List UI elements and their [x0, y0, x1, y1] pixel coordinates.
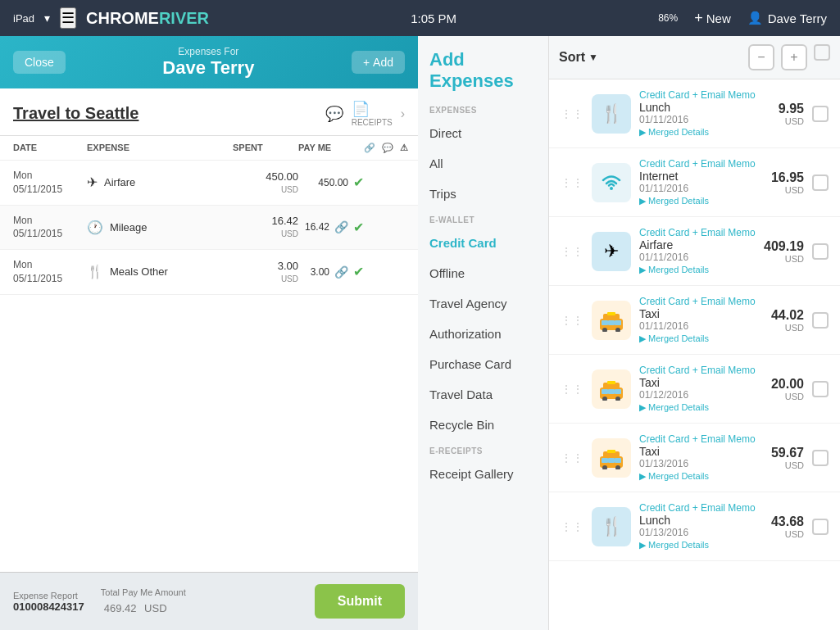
- expense-type-label: Airfare: [104, 176, 135, 188]
- svg-rect-13: [602, 389, 608, 394]
- expense-thumb: 🍴: [592, 94, 631, 134]
- expense-cell: 🍴 Meals Other: [87, 264, 233, 279]
- list-item[interactable]: ⋮⋮ Credit Card + Email Memo: [549, 355, 840, 424]
- sidebar-item-trips[interactable]: Trips: [418, 179, 548, 209]
- expense-amount: 16.95 USD: [771, 170, 804, 195]
- sidebar-item-purchase-card[interactable]: Purchase Card: [418, 349, 548, 379]
- expense-table: DATE EXPENSE SPENT PAY ME 🔗 💬 ⚠ Mon05/11…: [0, 136, 418, 572]
- expenses-section-label: EXPENSES: [418, 99, 548, 118]
- list-item[interactable]: ⋮⋮ Credit Card + Email Memo Internet 01/…: [549, 148, 840, 217]
- sort-button[interactable]: Sort ▼: [559, 50, 598, 65]
- sidebar-item-recycle-bin[interactable]: Recycle Bin: [418, 410, 548, 440]
- expense-type: Airfare: [639, 238, 756, 252]
- list-item[interactable]: ⋮⋮ Credit Card + Email Memo: [549, 424, 840, 492]
- header-title: Expenses For Dave Terry: [66, 46, 352, 79]
- spent-cell: 3.00 USD: [233, 259, 298, 285]
- drag-handle-icon[interactable]: ⋮⋮: [561, 520, 583, 533]
- item-checkbox[interactable]: [812, 519, 829, 535]
- sidebar-item-all[interactable]: All: [418, 148, 548, 179]
- add-button[interactable]: + Add: [352, 51, 405, 74]
- drag-handle-icon[interactable]: ⋮⋮: [561, 383, 583, 396]
- device-label: iPad: [13, 12, 34, 25]
- drag-handle-icon[interactable]: ⋮⋮: [561, 107, 583, 120]
- sidebar-item-authorization[interactable]: Authorization: [418, 319, 548, 349]
- merged-details[interactable]: ▶ Merged Details: [639, 540, 763, 551]
- merged-details[interactable]: ▶ Merged Details: [639, 402, 763, 413]
- mileage-icon: 🕐: [87, 220, 103, 235]
- sidebar-item-travel-agency[interactable]: Travel Agency: [418, 288, 548, 319]
- item-checkbox[interactable]: [812, 381, 829, 397]
- sidebar-item-receipt-gallery[interactable]: Receipt Gallery: [418, 459, 548, 489]
- item-checkbox[interactable]: [812, 106, 829, 122]
- expense-amount: 20.00 USD: [771, 377, 804, 401]
- person-name: Dave Terry: [66, 57, 352, 79]
- expense-info: Credit Card + Email Memo Internet 01/11/…: [639, 158, 763, 206]
- merged-details[interactable]: ▶ Merged Details: [639, 333, 763, 344]
- subtract-button[interactable]: −: [748, 44, 774, 70]
- expense-source: Credit Card + Email Memo: [639, 502, 763, 514]
- footer-report-info: Expense Report 010008424317: [13, 591, 84, 613]
- receipt-icon[interactable]: 📄: [352, 101, 370, 117]
- list-item[interactable]: ⋮⋮ 🍴 Credit Card + Email Memo Lunch 01/1…: [549, 492, 840, 561]
- menu-button[interactable]: ☰: [60, 7, 76, 29]
- item-checkbox[interactable]: [812, 174, 829, 191]
- table-row[interactable]: Mon05/11/2015 ✈ Airfare 450.00 USD 450.0…: [0, 161, 418, 206]
- drag-handle-icon[interactable]: ⋮⋮: [561, 245, 583, 258]
- expense-date: 01/11/2016: [639, 114, 770, 125]
- expense-type-label: Meals Other: [110, 265, 168, 278]
- sidebar-item-direct[interactable]: Direct: [418, 118, 548, 148]
- table-row[interactable]: Mon05/11/2015 🕐 Mileage 16.42 USD 16.42 …: [0, 206, 418, 251]
- expense-source: Credit Card + Email Memo: [639, 158, 763, 170]
- drag-handle-icon[interactable]: ⋮⋮: [561, 451, 583, 465]
- list-item[interactable]: ⋮⋮ Credit Card + Email Memo: [549, 286, 840, 355]
- add-item-button[interactable]: +: [781, 44, 807, 70]
- svg-rect-8: [607, 312, 615, 315]
- report-title: Travel to Seattle: [13, 104, 138, 123]
- expense-thumb: [592, 438, 631, 478]
- report-label: Expense Report: [13, 591, 84, 601]
- user-button[interactable]: 👤 Dave Terry: [747, 11, 827, 25]
- add-plus-icon: +: [363, 56, 370, 69]
- merged-details[interactable]: ▶ Merged Details: [639, 127, 770, 138]
- expense-date: 01/11/2016: [639, 320, 763, 332]
- item-checkbox[interactable]: [812, 450, 829, 466]
- expense-amount: 59.67 USD: [771, 446, 804, 470]
- link-header-icon: 🔗: [364, 143, 375, 153]
- list-item[interactable]: ⋮⋮ 🍴 Credit Card + Email Memo Lunch 01/1…: [549, 79, 840, 148]
- total-label: Total Pay Me Amount: [101, 587, 298, 597]
- expense-type-label: Mileage: [110, 221, 148, 233]
- expense-date: 01/12/2016: [639, 389, 763, 401]
- expense-info: Credit Card + Email Memo Taxi 01/12/2016…: [639, 365, 763, 413]
- battery-label: 86%: [658, 12, 678, 24]
- chevron-right-icon: ›: [401, 107, 405, 121]
- payme-cell: 450.00 ✔: [298, 174, 364, 190]
- sidebar-item-offline[interactable]: Offline: [418, 258, 548, 288]
- check-icon: ✔: [353, 220, 364, 235]
- list-item[interactable]: ⋮⋮ ✈ Credit Card + Email Memo Airfare 01…: [549, 217, 840, 286]
- expense-amount: 409.19 USD: [764, 239, 804, 264]
- sidebar-item-travel-data[interactable]: Travel Data: [418, 379, 548, 410]
- chat-icon[interactable]: 💬: [325, 105, 343, 123]
- expense-info: Credit Card + Email Memo Taxi 01/13/2016…: [639, 433, 763, 482]
- footer-total: Total Pay Me Amount 469.42 USD: [101, 587, 298, 616]
- report-header: Close Expenses For Dave Terry + Add: [0, 36, 418, 88]
- sidebar-item-credit-card[interactable]: Credit Card: [418, 228, 548, 258]
- close-button[interactable]: Close: [13, 51, 66, 74]
- merged-details[interactable]: ▶ Merged Details: [639, 471, 763, 482]
- submit-button[interactable]: Submit: [315, 584, 405, 619]
- expenses-list-panel: Sort ▼ − + ⋮⋮ 🍴 Credit Card + Email Memo…: [549, 36, 840, 630]
- expense-info: Credit Card + Email Memo Airfare 01/11/2…: [639, 227, 756, 275]
- expense-source: Credit Card + Email Memo: [639, 433, 763, 445]
- item-checkbox[interactable]: [812, 243, 829, 260]
- merged-details[interactable]: ▶ Merged Details: [639, 265, 756, 275]
- expense-source: Credit Card + Email Memo: [639, 296, 763, 307]
- item-checkbox[interactable]: [812, 312, 829, 329]
- table-row[interactable]: Mon05/11/2015 🍴 Meals Other 3.00 USD 3.0…: [0, 250, 418, 295]
- merged-details[interactable]: ▶ Merged Details: [639, 196, 763, 206]
- new-button[interactable]: + New: [694, 10, 731, 27]
- expense-header: EXPENSE: [87, 143, 233, 153]
- drag-handle-icon[interactable]: ⋮⋮: [561, 176, 583, 189]
- wifi-icon: ▾: [44, 11, 50, 25]
- drag-handle-icon[interactable]: ⋮⋮: [561, 314, 583, 327]
- select-all-checkbox[interactable]: [814, 44, 830, 61]
